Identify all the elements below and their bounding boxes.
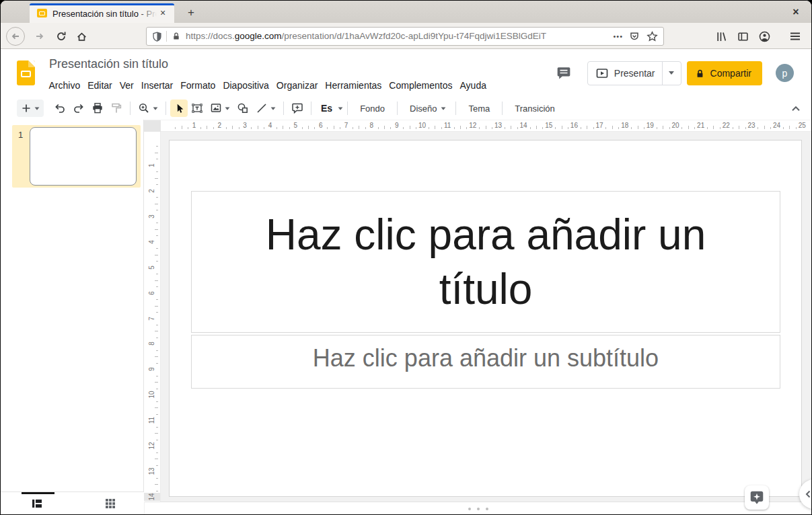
title-placeholder-text: Haz clic para añadir un título	[223, 208, 748, 317]
home-button[interactable]	[72, 27, 91, 46]
subtitle-placeholder[interactable]: Haz clic para añadir un subtítulo	[191, 335, 780, 389]
menu-item-insertar[interactable]: Insertar	[137, 77, 176, 94]
new-slide-dropdown-caret[interactable]	[35, 107, 40, 110]
layout-button[interactable]: Diseño	[402, 100, 451, 117]
slide-thumbnail-selected[interactable]: 1	[12, 125, 141, 188]
menu-hamburger-button[interactable]	[784, 27, 806, 46]
layout-dropdown-caret	[441, 107, 446, 110]
bookmark-star-icon[interactable]	[647, 31, 658, 42]
url-text: https://docs.google.com/presentation/d/1…	[186, 30, 610, 42]
menu-item-ayuda[interactable]: Ayuda	[456, 77, 490, 94]
menu-item-diapositiva[interactable]: Diapositiva	[219, 77, 272, 94]
redo-button[interactable]	[69, 100, 88, 117]
menu-item-ver[interactable]: Ver	[116, 77, 137, 94]
account-button[interactable]	[753, 27, 775, 46]
reload-icon	[56, 31, 67, 42]
present-play-icon	[596, 67, 608, 79]
account-avatar[interactable]: p	[776, 64, 794, 82]
menu-item-formato[interactable]: Formato	[177, 77, 219, 94]
menu-item-herramientas[interactable]: Herramientas	[322, 77, 385, 94]
lock-icon	[172, 32, 181, 41]
forward-arrow-icon	[34, 31, 45, 42]
zoom-button[interactable]	[135, 100, 161, 117]
slides-header: Presentación sin título ArchivoEditarVer…	[1, 49, 811, 97]
transition-button[interactable]: Transición	[507, 100, 562, 117]
tab-title: Presentación sin título - Pre	[52, 9, 157, 19]
present-options-dropdown[interactable]	[663, 71, 681, 75]
line-dropdown-caret[interactable]	[271, 107, 276, 110]
library-button[interactable]	[710, 27, 732, 46]
slide-number: 1	[18, 130, 23, 140]
editor-body: 1 12345678910111213141516171819202122232…	[1, 120, 811, 515]
theme-button[interactable]: Tema	[460, 100, 498, 117]
new-tab-button[interactable]: +	[183, 5, 199, 20]
paint-format-button[interactable]	[107, 100, 126, 117]
plus-icon	[21, 103, 32, 114]
explore-button[interactable]	[745, 485, 769, 510]
filmstrip-view-button[interactable]	[31, 498, 43, 510]
present-button[interactable]: Presentar	[587, 61, 681, 85]
url-bar[interactable]: https://docs.google.com/presentation/d/1…	[146, 27, 664, 46]
new-slide-button[interactable]	[17, 100, 44, 117]
active-view-indicator	[22, 492, 54, 494]
tracking-protection-shield-icon	[152, 32, 162, 42]
window-titlebar[interactable]: Presentación sin título - Pre × + ×	[1, 1, 811, 23]
menu-item-organizar[interactable]: Organizar	[272, 77, 321, 94]
slides-favicon-icon	[37, 9, 47, 17]
menu-item-archivo[interactable]: Archivo	[45, 77, 84, 94]
view-switcher-bar	[1, 491, 144, 515]
header-actions: Presentar Compartir p	[556, 49, 811, 97]
zoom-dropdown-caret[interactable]	[153, 107, 158, 110]
menu-bar: ArchivoEditarVerInsertarFormatoDiapositi…	[45, 77, 490, 94]
print-button[interactable]	[88, 100, 107, 117]
select-tool-button[interactable]	[170, 100, 188, 117]
slide-canvas[interactable]: Haz clic para añadir un título Haz clic …	[169, 140, 802, 497]
insert-comment-button[interactable]	[288, 100, 307, 117]
browser-tab[interactable]: Presentación sin título - Pre ×	[30, 3, 174, 23]
share-button[interactable]: Compartir	[687, 61, 762, 85]
navbar-right-icons	[710, 27, 811, 46]
menu-item-complementos[interactable]: Complementos	[385, 77, 456, 94]
insert-line-button[interactable]	[252, 100, 279, 117]
spelling-language-button[interactable]: Es	[316, 100, 343, 117]
browser-navbar: https://docs.google.com/presentation/d/1…	[1, 23, 811, 49]
slide-thumbnail-page[interactable]	[30, 127, 137, 186]
urlbar-separator	[166, 31, 167, 42]
title-placeholder[interactable]: Haz clic para añadir un título	[191, 191, 780, 333]
back-arrow-icon	[10, 31, 21, 42]
sidebar-toggle-button[interactable]	[732, 27, 753, 46]
language-dropdown-caret[interactable]	[338, 107, 343, 110]
share-lock-icon	[695, 68, 705, 79]
comments-button[interactable]	[556, 66, 571, 81]
pocket-icon[interactable]	[629, 31, 640, 42]
horizontal-ruler: 1234567891011121314151617181920212223242…	[161, 120, 811, 132]
back-button[interactable]	[6, 27, 25, 46]
document-title[interactable]: Presentación sin título	[49, 57, 168, 71]
browser-window: Presentación sin título - Pre × + ×	[0, 0, 812, 515]
page-actions-more-button[interactable]: •••	[613, 32, 623, 40]
insert-shape-button[interactable]	[233, 100, 252, 117]
menu-item-editar[interactable]: Editar	[84, 77, 116, 94]
filmstrip-panel: 1	[1, 120, 144, 491]
text-box-button[interactable]	[188, 100, 207, 117]
home-icon	[76, 31, 87, 42]
slides-logo-icon[interactable]	[17, 61, 35, 85]
chevron-left-icon	[803, 488, 812, 500]
reload-button[interactable]	[52, 27, 71, 46]
image-icon	[210, 102, 222, 114]
speaker-notes-resize-handle[interactable]	[145, 502, 811, 515]
zoom-magnifier-icon	[138, 102, 150, 114]
ruler-corner	[144, 120, 161, 132]
explore-sparkle-icon	[749, 489, 765, 506]
window-close-button[interactable]: ×	[789, 6, 803, 18]
insert-image-button[interactable]	[207, 100, 233, 117]
tab-close-button[interactable]: ×	[157, 7, 169, 19]
undo-button[interactable]	[50, 100, 69, 117]
line-icon	[256, 102, 268, 114]
image-dropdown-caret[interactable]	[225, 107, 230, 110]
forward-button[interactable]	[30, 27, 49, 46]
collapse-toolbar-chevron-up-icon[interactable]	[788, 102, 803, 116]
background-button[interactable]: Fondo	[352, 100, 393, 117]
vertical-ruler: 1234567891011121314	[144, 132, 161, 502]
grid-view-button[interactable]	[104, 498, 116, 510]
